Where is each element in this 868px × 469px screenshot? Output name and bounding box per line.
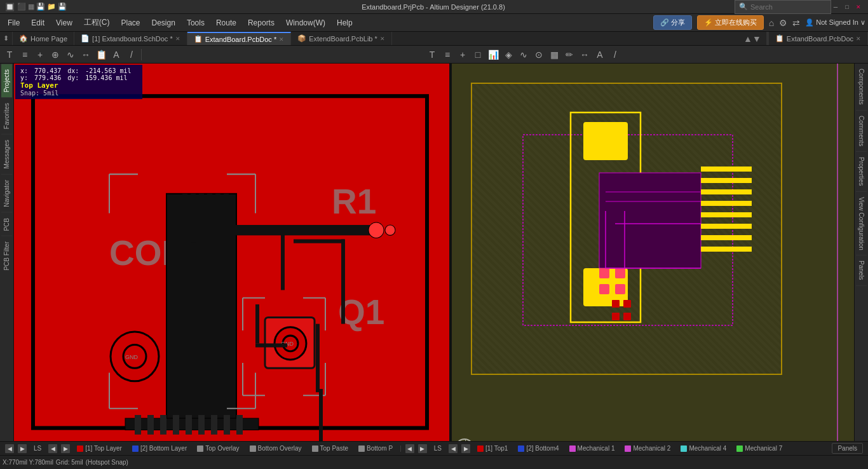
tool2-chart[interactable]: 📊 xyxy=(486,48,500,62)
layer-mech7[interactable]: Mechanical 7 xyxy=(733,444,785,452)
panel-navigator[interactable]: Navigator xyxy=(1,174,12,212)
menu-reports[interactable]: Reports xyxy=(243,16,280,30)
layer-nav-next2[interactable]: ▶ xyxy=(461,444,470,453)
layer-nav-prev2[interactable]: ◀ xyxy=(449,444,458,453)
menu-place[interactable]: Place xyxy=(116,16,146,30)
home-icon[interactable]: ⌂ xyxy=(769,18,774,28)
layer-top1[interactable]: [1] Top1 xyxy=(474,444,511,452)
svg-rect-40 xyxy=(255,304,259,343)
svg-rect-60 xyxy=(623,300,631,308)
menu-file[interactable]: File xyxy=(3,16,25,30)
layer-bottom[interactable]: [2] Bottom Layer xyxy=(129,444,190,452)
menu-design[interactable]: Design xyxy=(147,16,180,30)
tool-string[interactable]: ≡ xyxy=(18,48,32,62)
tool2-dim[interactable]: ↔ xyxy=(578,48,592,62)
layer-scroll-left[interactable]: ◀ xyxy=(5,444,14,453)
menu-edit[interactable]: Edit xyxy=(26,16,50,30)
menu-route[interactable]: Route xyxy=(211,16,241,30)
menu-project[interactable]: 工程(C) xyxy=(79,15,115,31)
layer-bot-p[interactable]: Bottom P xyxy=(355,444,396,452)
panel-panels[interactable]: Panels xyxy=(856,255,867,286)
tool-via[interactable]: ⊕ xyxy=(48,48,62,62)
tool-char[interactable]: A xyxy=(109,48,123,62)
layer-mech4[interactable]: Mechanical 4 xyxy=(677,444,729,452)
layer-top-overlay[interactable]: Top Overlay xyxy=(194,444,242,452)
layer-scroll-right2[interactable]: ▶ xyxy=(418,444,427,453)
panel-properties[interactable]: Properties xyxy=(856,152,867,192)
share-net-icon[interactable]: ⇄ xyxy=(792,18,800,28)
svg-point-25 xyxy=(385,225,395,235)
svg-rect-56 xyxy=(615,268,625,278)
panel-messages[interactable]: Messages xyxy=(1,134,12,174)
restore-btn[interactable]: □ xyxy=(843,3,851,11)
panel-components[interactable]: Components xyxy=(856,64,867,111)
pcb-tab-icon: 📋 xyxy=(194,35,203,43)
tab-close-sch[interactable]: ✕ xyxy=(175,36,180,42)
tool-line[interactable]: / xyxy=(125,48,139,62)
panel-projects[interactable]: Projects xyxy=(1,64,12,97)
tool-dim[interactable]: ↔ xyxy=(79,48,93,62)
tool2-text[interactable]: T xyxy=(425,48,439,62)
layer-bot4-label: [2] Bottom4 xyxy=(526,445,559,452)
left-pcb-view[interactable]: x: 770.437 dx: -214.563 mil y: 779.436 d… xyxy=(14,64,449,441)
panels-button[interactable]: Panels xyxy=(832,443,863,454)
panel-comments[interactable]: Comments xyxy=(856,111,867,152)
layer-bot-overlay[interactable]: Bottom Overlay xyxy=(247,444,305,452)
tool2-char2[interactable]: A xyxy=(593,48,607,62)
layer-scroll-left2[interactable]: ◀ xyxy=(405,444,414,453)
tool2-comp[interactable]: ◈ xyxy=(501,48,515,62)
tab-pcblib[interactable]: 📦 ExtendBoard.PcbLib * ✕ xyxy=(291,32,392,45)
menu-tools[interactable]: Tools xyxy=(182,16,210,30)
tab-nav-up[interactable]: ▲ xyxy=(743,34,752,44)
left-pcb-canvas: CON1 R1 Q1 xyxy=(14,64,449,441)
layer-scroll-right[interactable]: ▶ xyxy=(18,444,27,453)
search-input[interactable] xyxy=(750,3,827,11)
right-pcb-view[interactable] xyxy=(452,64,854,441)
tool-arc[interactable]: ∿ xyxy=(64,48,78,62)
tool2-str[interactable]: ≡ xyxy=(440,48,454,62)
user-account[interactable]: 👤 Not Signed In ∨ xyxy=(805,18,865,27)
tab-home[interactable]: 🏠 Home Page xyxy=(13,32,74,45)
tab-close-pcb2[interactable]: ✕ xyxy=(856,36,861,42)
layer-top-paste[interactable]: Top Paste xyxy=(309,444,351,452)
canvas-area: x: 770.437 dx: -214.563 mil y: 779.436 d… xyxy=(14,64,854,441)
menu-window[interactable]: Window(W) xyxy=(281,16,330,30)
minimize-btn[interactable]: ─ xyxy=(831,3,840,11)
layer-nav-next[interactable]: ▶ xyxy=(61,444,70,453)
tool2-add[interactable]: + xyxy=(456,48,470,62)
layer-bottom4[interactable]: [2] Bottom4 xyxy=(515,444,562,452)
share-button[interactable]: 🔗 分享 xyxy=(653,15,692,30)
tool2-fill[interactable]: ▦ xyxy=(547,48,561,62)
tab-pcbdoc[interactable]: 📋 ExtandBoard.PcbDoc * ✕ xyxy=(187,32,292,45)
layer-mech2[interactable]: Mechanical 2 xyxy=(621,444,674,452)
tool-text[interactable]: T xyxy=(3,48,17,62)
menu-view[interactable]: View xyxy=(51,16,78,30)
settings-icon[interactable]: ⚙ xyxy=(779,18,787,28)
layer-ls-left[interactable]: LS xyxy=(31,444,44,452)
layer-nav-prev[interactable]: ◀ xyxy=(48,444,57,453)
panel-view-config[interactable]: View Configuration xyxy=(856,192,867,256)
tool2-sq[interactable]: □ xyxy=(471,48,485,62)
tab-nav-down[interactable]: ▼ xyxy=(752,34,761,44)
layer-mech1[interactable]: Mechanical 1 xyxy=(566,444,618,452)
menu-help[interactable]: Help xyxy=(332,16,358,30)
panel-favorites[interactable]: Favorites xyxy=(1,97,12,134)
panel-pcb[interactable]: PCB xyxy=(1,212,12,236)
layer-top[interactable]: [1] Top Layer xyxy=(74,444,125,452)
tab-close-pcb[interactable]: ✕ xyxy=(279,36,284,43)
tool2-net[interactable]: ⊙ xyxy=(532,48,546,62)
tab-close-pcblib[interactable]: ✕ xyxy=(380,36,385,42)
tool2-line[interactable]: / xyxy=(608,48,622,62)
tool2-wave[interactable]: ∿ xyxy=(517,48,531,62)
tool2-edit[interactable]: ✏ xyxy=(562,48,576,62)
layer-ls2[interactable]: LS xyxy=(431,444,445,452)
tool-pad[interactable]: + xyxy=(33,48,47,62)
tool-paste[interactable]: 📋 xyxy=(94,48,108,62)
close-btn[interactable]: ✕ xyxy=(854,3,863,11)
tab-sch[interactable]: 📄 [1] Extandboard.SchDoc * ✕ xyxy=(74,32,187,45)
svg-rect-8 xyxy=(147,415,154,435)
buy-button[interactable]: ⚡ 立即在线购买 xyxy=(697,15,764,30)
panel-pcbfilter[interactable]: PCB Filter xyxy=(1,236,12,276)
tab-split-btn[interactable]: ⬍ xyxy=(0,32,13,45)
tab-pcbdoc2[interactable]: 📋 ExtandBoard.PcbDoc ✕ xyxy=(769,32,868,45)
